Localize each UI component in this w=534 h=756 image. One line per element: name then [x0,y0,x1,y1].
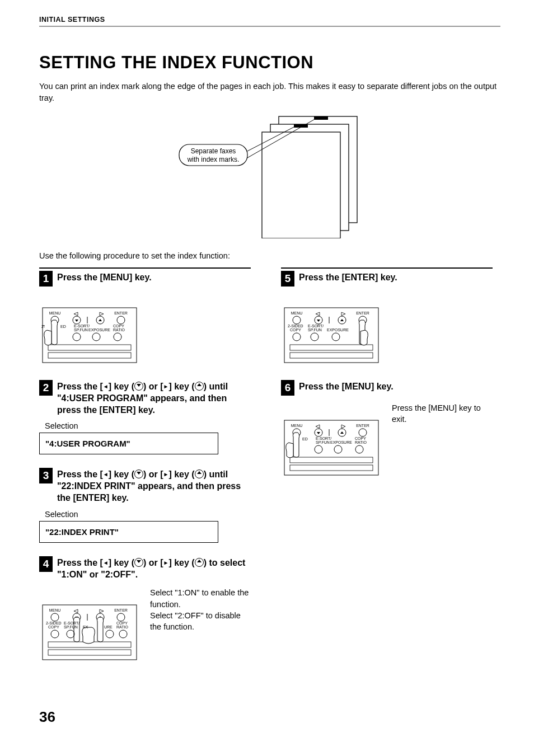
svg-text:EX: EX [83,625,88,629]
svg-text:E-SORT/: E-SORT/ [74,324,90,328]
up-circle-icon [195,558,204,567]
svg-text:E-SORT/: E-SORT/ [316,436,331,440]
svg-text:ED: ED [60,325,66,328]
step-3: 3 Press the [◄] key () or [►] key () unt… [39,467,251,542]
svg-text:SP.FUN: SP.FUN [308,328,322,332]
svg-text:MENU: MENU [49,608,61,612]
svg-text:SP.FUN: SP.FUN [316,440,330,444]
step-number: 5 [281,271,294,287]
left-arrow-icon: ◄ [103,383,109,390]
intro-paragraph-2: Use the following procedure to set the i… [39,250,500,262]
column-rule [281,267,493,269]
right-arrow-icon: ► [163,471,169,478]
page-number: 36 [39,708,500,726]
step-6: 6 Press the [MENU] key. MENU ENTER [281,379,493,486]
svg-text:E-SORT/: E-SORT/ [64,621,79,625]
svg-text:MENU: MENU [49,311,61,315]
step-5: 5 Press the [ENTER] key. MENU ENTER [281,270,493,367]
step-title: Press the [◄] key () or [►] key () to se… [57,555,251,581]
svg-text:ENTER: ENTER [356,424,369,428]
step-title: Press the [MENU] key. [57,270,152,284]
control-panel-illustration: MENU ENTER 2- ED [39,292,251,367]
step-number: 1 [39,271,53,287]
intro-paragraph-1: You can print an index mark along the ed… [39,81,500,104]
svg-text:RATIO: RATIO [355,440,367,444]
svg-text:COPY: COPY [48,625,59,629]
up-circle-icon [195,469,204,478]
callout-line2: with index marks. [187,156,240,163]
up-circle-icon [195,382,204,391]
svg-text:2-SIDED: 2-SIDED [46,621,62,625]
selection-label: Selection [45,510,251,519]
svg-text:ENTER: ENTER [356,311,369,315]
step-title: Press the [◄] key () or [►] key () until… [57,379,251,416]
svg-text:2-SIDED: 2-SIDED [288,324,303,328]
svg-text:RATIO: RATIO [116,625,128,629]
down-circle-icon [134,558,143,567]
step-number: 2 [39,380,53,396]
right-arrow-icon: ► [163,383,169,390]
index-diagram: Separate faxes with index marks. [39,110,500,240]
step-number: 4 [39,556,53,572]
step-title: Press the [◄] key () or [►] key () until… [57,467,251,504]
left-arrow-icon: ◄ [103,471,109,478]
lcd-display: "22:INDEX PRINT" [39,521,218,543]
step-number: 3 [39,468,53,483]
step-title: Press the [ENTER] key. [299,270,397,284]
control-panel-illustration: MENU ENTER 2-SIDED CO [39,589,140,664]
control-panel-illustration: MENU ENTER 2-SIDED COPY E-SORT/ SP.FUN [281,292,493,367]
down-circle-icon [134,469,143,478]
svg-text:ED: ED [302,437,308,441]
running-head: INITIAL SETTINGS [39,16,500,24]
svg-text:COPY: COPY [113,324,124,328]
svg-text:URE: URE [104,625,113,629]
step-number: 6 [281,380,294,396]
selection-label: Selection [45,421,251,430]
header-rule [39,26,500,27]
svg-text:MENU: MENU [291,311,303,315]
svg-text:SP.FUN: SP.FUN [74,328,88,332]
callout-line1: Separate faxes [191,147,236,155]
svg-rect-3 [314,116,328,120]
svg-text:ENTER: ENTER [114,608,128,612]
step-title: Press the [MENU] key. [299,379,394,393]
step-note: Select "1:ON" to enable the function. Se… [150,586,251,632]
right-arrow-icon: ► [163,559,169,566]
lcd-display: "4:USER PROGRAM" [39,433,218,454]
step-1: 1 Press the [MENU] key. MENU ENTER [39,270,251,367]
svg-text:COPY: COPY [355,436,366,440]
page-title: SETTING THE INDEX FUNCTION [39,53,500,73]
svg-text:COPY: COPY [116,621,128,625]
svg-text:ENTER: ENTER [114,311,128,315]
svg-text:EXPOSURE: EXPOSURE [330,440,352,444]
left-arrow-icon: ◄ [103,559,109,566]
svg-text:2-: 2- [41,325,45,328]
svg-rect-2 [262,132,340,238]
down-circle-icon [134,382,143,391]
control-panel-illustration: MENU ENTER ED E-SORT/ SP.FUN [281,405,382,479]
svg-text:SP.FUN: SP.FUN [64,625,78,629]
step-note: Press the [MENU] key to exit. [392,401,493,425]
svg-text:EXPOSURE: EXPOSURE [327,328,349,332]
svg-text:COPY: COPY [290,328,301,332]
svg-text:E-SORT/: E-SORT/ [308,324,324,328]
svg-text:MENU: MENU [291,424,303,428]
step-4: 4 Press the [◄] key () or [►] key () to … [39,555,251,671]
column-rule [39,267,251,269]
step-2: 2 Press the [◄] key () or [►] key () unt… [39,379,251,454]
svg-text:EXPOSURE: EXPOSURE [88,328,110,332]
svg-text:RATIO: RATIO [113,328,125,332]
paper-stack-diagram: Separate faxes with index marks. [175,110,365,238]
